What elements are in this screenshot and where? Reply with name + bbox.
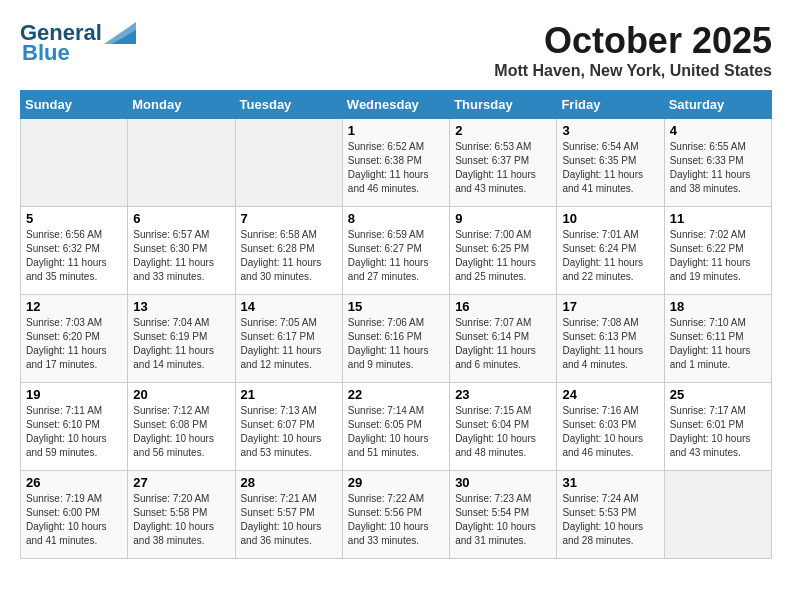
sunrise-label: Sunrise: 7:04 AM bbox=[133, 317, 209, 328]
calendar-cell: 17 Sunrise: 7:08 AM Sunset: 6:13 PM Dayl… bbox=[557, 295, 664, 383]
day-info: Sunrise: 7:12 AM Sunset: 6:08 PM Dayligh… bbox=[133, 404, 229, 460]
sunset-label: Sunset: 6:11 PM bbox=[670, 331, 744, 342]
sunset-label: Sunset: 5:57 PM bbox=[241, 507, 315, 518]
daylight-label: Daylight: 11 hours and 30 minutes. bbox=[241, 257, 322, 282]
day-number: 12 bbox=[26, 299, 122, 314]
sunrise-label: Sunrise: 7:07 AM bbox=[455, 317, 531, 328]
sunrise-label: Sunrise: 7:20 AM bbox=[133, 493, 209, 504]
calendar-cell bbox=[664, 471, 771, 559]
daylight-label: Daylight: 11 hours and 33 minutes. bbox=[133, 257, 214, 282]
day-number: 21 bbox=[241, 387, 337, 402]
calendar-cell: 1 Sunrise: 6:52 AM Sunset: 6:38 PM Dayli… bbox=[342, 119, 449, 207]
day-number: 14 bbox=[241, 299, 337, 314]
sunrise-label: Sunrise: 6:56 AM bbox=[26, 229, 102, 240]
day-number: 9 bbox=[455, 211, 551, 226]
day-number: 22 bbox=[348, 387, 444, 402]
day-number: 19 bbox=[26, 387, 122, 402]
sunrise-label: Sunrise: 7:19 AM bbox=[26, 493, 102, 504]
day-info: Sunrise: 7:04 AM Sunset: 6:19 PM Dayligh… bbox=[133, 316, 229, 372]
day-info: Sunrise: 6:58 AM Sunset: 6:28 PM Dayligh… bbox=[241, 228, 337, 284]
daylight-label: Daylight: 11 hours and 19 minutes. bbox=[670, 257, 751, 282]
sunset-label: Sunset: 6:32 PM bbox=[26, 243, 100, 254]
day-info: Sunrise: 7:21 AM Sunset: 5:57 PM Dayligh… bbox=[241, 492, 337, 548]
weekday-header: Wednesday bbox=[342, 91, 449, 119]
daylight-label: Daylight: 11 hours and 1 minute. bbox=[670, 345, 751, 370]
sunrise-label: Sunrise: 7:22 AM bbox=[348, 493, 424, 504]
daylight-label: Daylight: 10 hours and 43 minutes. bbox=[670, 433, 751, 458]
calendar-cell: 29 Sunrise: 7:22 AM Sunset: 5:56 PM Dayl… bbox=[342, 471, 449, 559]
day-info: Sunrise: 6:59 AM Sunset: 6:27 PM Dayligh… bbox=[348, 228, 444, 284]
daylight-label: Daylight: 10 hours and 51 minutes. bbox=[348, 433, 429, 458]
sunrise-label: Sunrise: 7:24 AM bbox=[562, 493, 638, 504]
day-number: 13 bbox=[133, 299, 229, 314]
calendar-cell bbox=[21, 119, 128, 207]
day-info: Sunrise: 7:16 AM Sunset: 6:03 PM Dayligh… bbox=[562, 404, 658, 460]
sunrise-label: Sunrise: 7:00 AM bbox=[455, 229, 531, 240]
day-info: Sunrise: 7:24 AM Sunset: 5:53 PM Dayligh… bbox=[562, 492, 658, 548]
calendar-week-row: 19 Sunrise: 7:11 AM Sunset: 6:10 PM Dayl… bbox=[21, 383, 772, 471]
day-info: Sunrise: 7:23 AM Sunset: 5:54 PM Dayligh… bbox=[455, 492, 551, 548]
daylight-label: Daylight: 11 hours and 35 minutes. bbox=[26, 257, 107, 282]
sunrise-label: Sunrise: 6:55 AM bbox=[670, 141, 746, 152]
sunset-label: Sunset: 6:35 PM bbox=[562, 155, 636, 166]
day-info: Sunrise: 7:06 AM Sunset: 6:16 PM Dayligh… bbox=[348, 316, 444, 372]
calendar-cell: 15 Sunrise: 7:06 AM Sunset: 6:16 PM Dayl… bbox=[342, 295, 449, 383]
calendar-cell: 22 Sunrise: 7:14 AM Sunset: 6:05 PM Dayl… bbox=[342, 383, 449, 471]
day-info: Sunrise: 7:22 AM Sunset: 5:56 PM Dayligh… bbox=[348, 492, 444, 548]
day-number: 27 bbox=[133, 475, 229, 490]
sunset-label: Sunset: 6:17 PM bbox=[241, 331, 315, 342]
calendar-week-row: 12 Sunrise: 7:03 AM Sunset: 6:20 PM Dayl… bbox=[21, 295, 772, 383]
day-info: Sunrise: 7:19 AM Sunset: 6:00 PM Dayligh… bbox=[26, 492, 122, 548]
sunset-label: Sunset: 6:04 PM bbox=[455, 419, 529, 430]
sunset-label: Sunset: 6:01 PM bbox=[670, 419, 744, 430]
calendar-cell: 3 Sunrise: 6:54 AM Sunset: 6:35 PM Dayli… bbox=[557, 119, 664, 207]
calendar-cell: 8 Sunrise: 6:59 AM Sunset: 6:27 PM Dayli… bbox=[342, 207, 449, 295]
day-info: Sunrise: 6:53 AM Sunset: 6:37 PM Dayligh… bbox=[455, 140, 551, 196]
sunrise-label: Sunrise: 7:13 AM bbox=[241, 405, 317, 416]
day-number: 4 bbox=[670, 123, 766, 138]
sunset-label: Sunset: 6:22 PM bbox=[670, 243, 744, 254]
calendar-cell bbox=[128, 119, 235, 207]
sunrise-label: Sunrise: 7:16 AM bbox=[562, 405, 638, 416]
calendar-cell: 6 Sunrise: 6:57 AM Sunset: 6:30 PM Dayli… bbox=[128, 207, 235, 295]
day-info: Sunrise: 7:07 AM Sunset: 6:14 PM Dayligh… bbox=[455, 316, 551, 372]
sunrise-label: Sunrise: 6:59 AM bbox=[348, 229, 424, 240]
calendar-cell: 5 Sunrise: 6:56 AM Sunset: 6:32 PM Dayli… bbox=[21, 207, 128, 295]
location: Mott Haven, New York, United States bbox=[494, 62, 772, 80]
weekday-header-row: SundayMondayTuesdayWednesdayThursdayFrid… bbox=[21, 91, 772, 119]
day-number: 24 bbox=[562, 387, 658, 402]
calendar-cell: 16 Sunrise: 7:07 AM Sunset: 6:14 PM Dayl… bbox=[450, 295, 557, 383]
weekday-header: Thursday bbox=[450, 91, 557, 119]
day-info: Sunrise: 6:56 AM Sunset: 6:32 PM Dayligh… bbox=[26, 228, 122, 284]
daylight-label: Daylight: 10 hours and 33 minutes. bbox=[348, 521, 429, 546]
sunset-label: Sunset: 6:03 PM bbox=[562, 419, 636, 430]
day-number: 31 bbox=[562, 475, 658, 490]
day-number: 28 bbox=[241, 475, 337, 490]
day-number: 30 bbox=[455, 475, 551, 490]
day-number: 23 bbox=[455, 387, 551, 402]
day-info: Sunrise: 7:01 AM Sunset: 6:24 PM Dayligh… bbox=[562, 228, 658, 284]
day-number: 3 bbox=[562, 123, 658, 138]
sunrise-label: Sunrise: 6:52 AM bbox=[348, 141, 424, 152]
day-info: Sunrise: 7:08 AM Sunset: 6:13 PM Dayligh… bbox=[562, 316, 658, 372]
sunrise-label: Sunrise: 7:11 AM bbox=[26, 405, 102, 416]
sunrise-label: Sunrise: 7:03 AM bbox=[26, 317, 102, 328]
calendar-week-row: 1 Sunrise: 6:52 AM Sunset: 6:38 PM Dayli… bbox=[21, 119, 772, 207]
daylight-label: Daylight: 10 hours and 46 minutes. bbox=[562, 433, 643, 458]
sunrise-label: Sunrise: 7:05 AM bbox=[241, 317, 317, 328]
daylight-label: Daylight: 11 hours and 27 minutes. bbox=[348, 257, 429, 282]
sunrise-label: Sunrise: 7:01 AM bbox=[562, 229, 638, 240]
sunrise-label: Sunrise: 7:12 AM bbox=[133, 405, 209, 416]
day-info: Sunrise: 7:11 AM Sunset: 6:10 PM Dayligh… bbox=[26, 404, 122, 460]
sunrise-label: Sunrise: 7:06 AM bbox=[348, 317, 424, 328]
daylight-label: Daylight: 10 hours and 56 minutes. bbox=[133, 433, 214, 458]
month-title: October 2025 bbox=[494, 20, 772, 62]
daylight-label: Daylight: 11 hours and 43 minutes. bbox=[455, 169, 536, 194]
sunrise-label: Sunrise: 7:21 AM bbox=[241, 493, 317, 504]
day-number: 18 bbox=[670, 299, 766, 314]
calendar-cell: 4 Sunrise: 6:55 AM Sunset: 6:33 PM Dayli… bbox=[664, 119, 771, 207]
weekday-header: Monday bbox=[128, 91, 235, 119]
day-info: Sunrise: 6:57 AM Sunset: 6:30 PM Dayligh… bbox=[133, 228, 229, 284]
calendar-cell bbox=[235, 119, 342, 207]
calendar-cell: 13 Sunrise: 7:04 AM Sunset: 6:19 PM Dayl… bbox=[128, 295, 235, 383]
